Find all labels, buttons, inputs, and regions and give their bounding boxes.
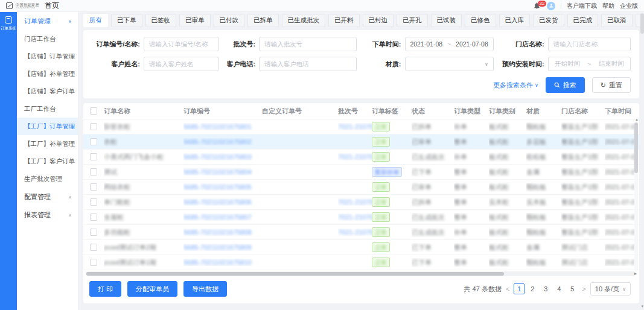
order-time-range-picker[interactable]: 2021-01-08 ~ 2021-07-08 <box>405 37 494 51</box>
assign-reviewer-button[interactable]: 分配审单员 <box>127 281 177 297</box>
tab-已封边[interactable]: 已封边 <box>363 14 394 27</box>
sidebar-item[interactable]: 【店铺】订单管理 <box>17 48 78 65</box>
order-number-link[interactable]: 5685-70211021675810 <box>183 259 252 266</box>
order-number-link[interactable]: 5685-70211021675808 <box>183 229 252 236</box>
more-filters-link[interactable]: 更多搜索条件 ∨ <box>493 81 538 90</box>
tab-已付款[interactable]: 已付款 <box>214 14 245 27</box>
export-data-button[interactable]: 导出数据 <box>183 281 227 297</box>
order-time-start[interactable]: 2021-01-08 <box>410 40 442 48</box>
batch-number-link[interactable]: 7021-210705-5d <box>338 214 372 221</box>
user-avatar[interactable] <box>547 2 555 10</box>
sidebar-item[interactable]: 【工厂】补单管理 <box>17 135 78 153</box>
tab-所有[interactable]: 所有 <box>83 14 108 27</box>
order-no-input[interactable] <box>144 37 219 51</box>
sidebar-item[interactable]: 工厂工作台 <box>17 100 78 118</box>
select-all-checkbox[interactable] <box>90 107 97 115</box>
row-checkbox[interactable] <box>90 244 97 251</box>
customer-phone-input[interactable] <box>259 57 356 71</box>
prev-page-button[interactable]: < <box>506 285 509 293</box>
tab-已修色[interactable]: 已修色 <box>465 14 496 27</box>
row-checkbox[interactable] <box>90 259 97 266</box>
page-button-4[interactable]: 4 <box>553 283 564 294</box>
sidebar-item[interactable]: 门店工作台 <box>17 30 78 48</box>
scroll-up-icon[interactable]: ▲ <box>635 118 639 121</box>
table-vertical-scrollbar[interactable] <box>634 122 638 271</box>
table-row[interactable]: zcool测试订单2期5685-70211021675809正常已下单整单板式柜… <box>83 240 639 255</box>
sidebar-item[interactable]: 【工厂】订单管理 <box>17 118 78 135</box>
install-time-end-placeholder[interactable]: 结束时间 <box>599 60 624 68</box>
tab-已完成[interactable]: 已完成 <box>567 14 599 27</box>
row-checkbox[interactable] <box>90 153 97 160</box>
table-row[interactable]: 两组衣柜5685-70211021675805正常已审单整单板式柜颗粒板整装生产… <box>83 180 639 195</box>
tab-已下单[interactable]: 已下单 <box>111 14 142 27</box>
batch-number-link[interactable]: 7021-210705-5e <box>338 229 372 236</box>
page-button-2[interactable]: 2 <box>527 283 538 294</box>
sidebar-item[interactable]: 【店铺】补单管理 <box>17 65 78 83</box>
scroll-right-icon[interactable]: ▸ <box>634 271 637 276</box>
row-checkbox[interactable] <box>90 123 97 130</box>
row-checkbox[interactable] <box>90 198 97 206</box>
material-select[interactable]: ∨ <box>405 57 494 71</box>
order-time-end[interactable]: 2021-07-08 <box>456 40 488 48</box>
sidebar-section[interactable]: 配置管理∨ <box>17 188 78 206</box>
tab-已开料[interactable]: 已开料 <box>328 14 360 27</box>
table-row[interactable]: 小美式两门飞金小柜5685-702110216758037021-210705-… <box>83 150 639 165</box>
search-button[interactable]: 搜索 <box>546 77 585 93</box>
table-row[interactable]: zcool测试订单1期5685-70211021675810正常已下单整单板式柜… <box>83 255 639 270</box>
order-number-link[interactable]: 5685-70211021675802 <box>183 138 252 145</box>
home-breadcrumb[interactable]: 首页 <box>45 1 59 11</box>
reset-button[interactable]: ↻ 重置 <box>592 77 631 93</box>
page-size-select[interactable]: 10 条/页 ∨ <box>590 282 631 296</box>
tab-已入库[interactable]: 已入库 <box>499 14 531 27</box>
sidebar-item[interactable]: 生产批次管理 <box>17 170 78 188</box>
table-row[interactable]: 单门鞋柜5685-702110216758067021-210705-5c正常已… <box>83 195 639 210</box>
batch-no-input[interactable] <box>259 37 356 51</box>
print-button[interactable]: 打 印 <box>89 281 121 297</box>
page-button-3[interactable]: 3 <box>540 283 551 294</box>
page-button-5[interactable]: 5 <box>567 283 578 294</box>
store-name-input[interactable] <box>548 37 631 51</box>
install-time-start-placeholder[interactable]: 开始时间 <box>555 60 580 68</box>
tab-已拆单[interactable]: 已拆单 <box>247 14 279 27</box>
client-download-link[interactable]: 客户端下载 <box>567 2 597 10</box>
sidebar-item[interactable]: 【店铺】客户订单 <box>17 83 78 100</box>
page-button-1[interactable]: 1 <box>514 283 524 294</box>
enterprise-link[interactable]: 企业版 <box>620 2 638 10</box>
help-link[interactable]: 帮助 <box>602 2 614 10</box>
table-horizontal-scrollbar[interactable]: ▸ <box>86 271 636 276</box>
row-checkbox[interactable] <box>90 229 97 236</box>
tab-已开孔[interactable]: 已开孔 <box>397 14 428 27</box>
tab-已发货[interactable]: 已发货 <box>533 14 564 27</box>
order-number-link[interactable]: 5685-70211021675805 <box>183 183 252 191</box>
table-row[interactable]: 衣柜5685-70211021675802正常已审单整单板式柜多层板整装生产1部… <box>83 134 639 150</box>
notification-bell-icon[interactable]: 32 <box>533 2 541 10</box>
customer-name-input[interactable] <box>144 57 219 71</box>
table-row[interactable]: 全屋柜5685-702110216758077021-210705-5d正常已生… <box>83 210 639 225</box>
order-number-link[interactable]: 5685-70211021675806 <box>183 198 252 206</box>
row-checkbox[interactable] <box>90 138 97 145</box>
order-number-link[interactable]: 5685-70211021675807 <box>183 214 252 221</box>
batch-number-link[interactable]: 7021-210705-5b <box>338 153 372 160</box>
tab-已生成批次[interactable]: 已生成批次 <box>282 14 326 27</box>
table-row[interactable]: 测试5685-70211021675804重新拆单已下单整单板式柜金属整装生产1… <box>83 165 639 180</box>
install-time-range-picker[interactable]: 开始时间 ~ 结束时间 <box>548 57 631 71</box>
sidebar-section-order-management[interactable]: 订单管理 ∧ <box>17 12 78 30</box>
order-number-link[interactable]: 5685-70211021675803 <box>183 153 252 160</box>
order-system-label[interactable]: 订单系统 <box>1 26 16 31</box>
horizontal-scroll-thumb[interactable] <box>86 272 504 276</box>
scroll-down-icon[interactable]: ▾ <box>641 304 643 309</box>
batch-number-link[interactable]: 7021-210705-5c <box>338 198 372 206</box>
row-checkbox[interactable] <box>90 214 97 221</box>
order-number-link[interactable]: 5685-70211021675801 <box>183 123 252 130</box>
order-number-link[interactable]: 5685-70211021675804 <box>183 168 252 176</box>
sidebar-item[interactable]: 【工厂】客户订单 <box>17 153 78 170</box>
tab-已签收[interactable]: 已签收 <box>145 14 177 27</box>
vertical-scroll-thumb[interactable] <box>634 122 638 173</box>
sidebar-section[interactable]: 报表管理∨ <box>17 206 78 224</box>
table-row[interactable]: 卧室衣柜5685-702110216758017021-210705-5a正常已… <box>83 119 639 134</box>
row-checkbox[interactable] <box>90 183 97 191</box>
tab-已取消[interactable]: 已取消 <box>601 14 633 27</box>
page-scrollbar-thumb[interactable] <box>640 13 644 34</box>
order-number-link[interactable]: 5685-70211021675809 <box>183 244 252 251</box>
order-system-icon[interactable] <box>5 16 12 24</box>
